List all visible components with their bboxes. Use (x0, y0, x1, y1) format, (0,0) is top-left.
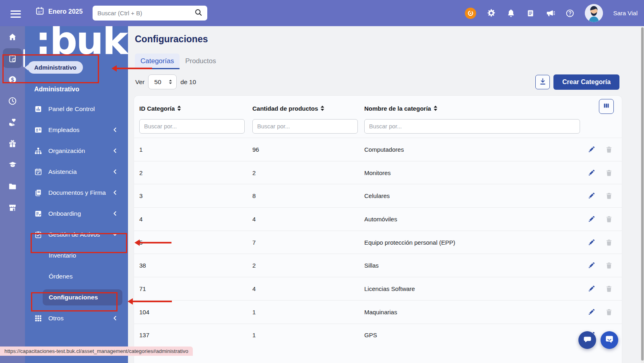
scrollbar-track[interactable] (641, 26, 644, 363)
edit-icon[interactable] (588, 169, 595, 177)
delete-icon[interactable] (605, 169, 613, 177)
chevron-down-icon (112, 231, 118, 238)
edit-icon[interactable] (588, 239, 595, 246)
sidebar-item-empleados[interactable]: Empleados (25, 120, 128, 140)
filter-input-name[interactable] (364, 119, 580, 134)
topbar: Enero 2025 Sara Vial (0, 0, 644, 26)
support-chat-button[interactable] (601, 331, 618, 349)
page-size-select[interactable]: 50 (148, 74, 177, 89)
cell-id: 104 (139, 309, 252, 316)
table-filter-row (134, 115, 622, 138)
sidebar-subitem--rdenes[interactable]: Órdenes (25, 266, 128, 287)
chevron-none-icon (112, 106, 118, 112)
cell-id: 137 (139, 332, 252, 338)
columns-icon (603, 102, 610, 111)
rail-item-clock-icon[interactable] (0, 90, 25, 111)
avatar[interactable] (585, 4, 603, 22)
table-row: 714Licencias Software (134, 277, 622, 300)
edit-icon[interactable] (588, 146, 595, 153)
delete-icon[interactable] (605, 192, 613, 200)
support-icon[interactable] (465, 8, 476, 19)
sidebar-item-documentos-y-firma[interactable]: Documentos y Firma (25, 182, 128, 203)
chevron-left-icon (112, 148, 118, 154)
sort-icon (320, 105, 324, 111)
cell-count: 1 (252, 309, 364, 316)
chat-widget-button[interactable] (578, 331, 596, 349)
cell-name: Celulares (364, 192, 570, 199)
cell-count: 7 (252, 239, 364, 246)
cell-id: 3 (139, 192, 252, 199)
delete-icon[interactable] (605, 239, 613, 246)
delete-icon[interactable] (605, 285, 613, 293)
sidebar-item-onboarding[interactable]: Onboarding (25, 203, 128, 224)
cell-count: 4 (252, 285, 364, 292)
table-row: 44Automóviles (134, 207, 622, 231)
column-settings-button[interactable] (599, 99, 614, 114)
sidebar-item-panel-de-control[interactable]: Panel de Control (25, 99, 128, 120)
delete-icon[interactable] (605, 215, 613, 223)
download-button[interactable] (535, 75, 550, 89)
attendance-calendar-icon (34, 168, 42, 176)
cell-id: 2 (139, 169, 252, 176)
rail-item-store-icon[interactable] (0, 197, 25, 218)
cell-id: 5 (139, 239, 252, 246)
documents-sign-icon (34, 189, 42, 197)
filter-input-id[interactable] (139, 119, 245, 134)
rail-item-home-icon[interactable] (0, 26, 25, 47)
edit-icon[interactable] (588, 262, 595, 269)
delete-icon[interactable] (605, 146, 613, 153)
sidebar-item-otros[interactable]: Otros (25, 308, 128, 329)
sidebar-subitem-inventario[interactable]: Inventario (25, 245, 128, 266)
cell-name: Sillas (364, 262, 570, 269)
cell-id: 38 (139, 262, 252, 269)
panel-chart-icon (34, 105, 42, 113)
search-input[interactable] (97, 10, 194, 16)
help-icon[interactable] (565, 8, 575, 18)
edit-icon[interactable] (588, 308, 595, 316)
hamburger-menu-icon[interactable] (10, 8, 21, 17)
sidebar-item-gesti-n-de-activos[interactable]: Gestión de Activos (25, 224, 128, 245)
filter-input-count[interactable] (252, 119, 358, 134)
table-row: 1371GPS (134, 324, 622, 347)
page-size-prefix: Ver (135, 78, 144, 86)
bell-icon[interactable] (506, 8, 516, 18)
tab-productos[interactable]: Productos (180, 54, 222, 69)
edit-icon[interactable] (588, 192, 595, 200)
user-name[interactable]: Sara Vial (613, 10, 638, 16)
megaphone-icon[interactable] (545, 8, 555, 18)
chevron-left-icon (112, 210, 118, 217)
period-selector[interactable]: Enero 2025 (35, 6, 83, 17)
column-header-name[interactable]: Nombre de la categoría (364, 105, 570, 112)
rail-item-dollar-icon[interactable]: $ (0, 69, 25, 90)
global-search (93, 6, 207, 21)
scrollbar-thumb[interactable] (641, 27, 644, 361)
rail-item-asset-clipboard-clock-icon[interactable] (0, 47, 25, 69)
column-header-id[interactable]: ID Categoría (139, 105, 252, 112)
sidebar-subitem-configuraciones[interactable]: Configuraciones (25, 287, 128, 308)
onboarding-list-icon (34, 210, 42, 218)
sort-icon (177, 105, 181, 111)
sort-icon (433, 105, 438, 111)
cell-name: Computadores (364, 146, 570, 153)
buk-logo: :buk: (35, 26, 128, 63)
categories-table-card: ID Categoría Cantidad de productos Nombr… (134, 96, 622, 363)
rail-item-hand-heart-icon[interactable] (0, 111, 25, 133)
table-row: 57Equipo protección personal (EPP) (134, 231, 622, 254)
gear-icon[interactable] (486, 8, 496, 18)
sidebar-item-organizaci-n[interactable]: Organización (25, 140, 128, 161)
sidebar-menu: Administrativo Panel de ControlEmpleados… (25, 86, 128, 329)
rail-item-graduation-cap-icon[interactable] (0, 154, 25, 175)
tab-categorias[interactable]: Categorías (135, 54, 180, 69)
create-category-button[interactable]: Crear Categoría (553, 74, 619, 90)
rail-item-folder-icon[interactable] (0, 175, 25, 197)
search-icon[interactable] (194, 8, 202, 18)
table-header-row: ID Categoría Cantidad de productos Nombr… (134, 96, 622, 115)
column-header-count[interactable]: Cantidad de productos (252, 105, 364, 112)
rail-item-gift-icon[interactable] (0, 133, 25, 154)
delete-icon[interactable] (605, 262, 613, 269)
delete-icon[interactable] (605, 308, 613, 316)
news-icon[interactable] (526, 8, 535, 18)
edit-icon[interactable] (588, 215, 595, 223)
edit-icon[interactable] (588, 285, 595, 293)
sidebar-item-asistencia[interactable]: Asistencia (25, 161, 128, 182)
